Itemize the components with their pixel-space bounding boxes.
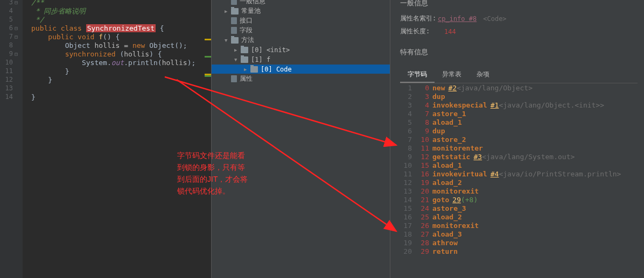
bc-ref-link[interactable]: #4: [491, 170, 499, 179]
tree-node[interactable]: ▶[0] <init>: [212, 45, 390, 54]
bytecode-line[interactable]: 47astore_1: [400, 110, 638, 118]
code-line[interactable]: System.out.println(hollis);: [31, 59, 195, 67]
code-line[interactable]: }: [31, 67, 69, 76]
bc-offset: 21: [415, 196, 429, 204]
cp-info-link[interactable]: cp_info #8: [438, 15, 477, 23]
bytecode-line[interactable]: 1827aload_3: [400, 230, 638, 239]
tree-node[interactable]: ▶[0] Code: [212, 65, 390, 74]
bc-offset: 11: [415, 144, 429, 153]
editor-gutter: 3⊟456⊟7⊟89⊟1011121314: [0, 0, 23, 278]
bc-line-number: 4: [400, 110, 412, 118]
tab-2[interactable]: 杂项: [469, 67, 497, 83]
code-line[interactable]: Object hollis = new Object();: [31, 41, 187, 50]
bc-offset: 10: [415, 136, 429, 144]
fold-toggle[interactable]: ⊟: [15, 34, 21, 40]
code-line[interactable]: * 同步省略说明: [31, 7, 86, 16]
tree-node[interactable]: 字段: [212, 26, 390, 35]
fold-toggle[interactable]: ⊟: [15, 0, 21, 6]
tab-1[interactable]: 异常表: [435, 67, 469, 83]
tree-expand-icon[interactable]: ▶: [244, 67, 249, 72]
bytecode-line[interactable]: 1726monitorexit: [400, 222, 638, 230]
bc-line-number: 20: [400, 247, 412, 256]
folder-icon: [241, 56, 248, 63]
code-line[interactable]: */: [31, 16, 44, 24]
bytecode-line[interactable]: 912getstatic#3 <java/lang/System.out>: [400, 153, 638, 161]
code-line[interactable]: /**: [31, 0, 44, 7]
bc-offset: 7: [415, 110, 429, 118]
fold-toggle[interactable]: ⊟: [15, 25, 21, 32]
bytecode-line[interactable]: 1421goto29 (+8): [400, 196, 638, 204]
tree-node[interactable]: 一般信息: [212, 0, 390, 6]
bc-opcode: dup: [432, 127, 445, 136]
bytecode-listing[interactable]: 10new#2 <java/lang/Object>23dup34invokes…: [400, 84, 638, 256]
bc-line-number: 7: [400, 136, 412, 144]
bc-offset: 19: [415, 179, 429, 187]
bytecode-line[interactable]: 1219aload_2: [400, 179, 638, 187]
annotation-text: 字节码文件还是能看 到锁的身影，只有等 到后面的JIT，才会将 锁代码优化掉。: [177, 149, 248, 197]
line-number: 3: [1, 0, 13, 6]
field-comment: <Code>: [483, 15, 506, 23]
bytecode-line[interactable]: 69dup: [400, 127, 638, 136]
bc-comment: <java/lang/System.out>: [482, 153, 575, 161]
bc-ref-link[interactable]: 29: [452, 196, 461, 204]
bc-opcode: return: [432, 247, 458, 256]
bytecode-line[interactable]: 10new#2 <java/lang/Object>: [400, 84, 638, 92]
bytecode-line[interactable]: 710astore_2: [400, 136, 638, 144]
bc-ref-link[interactable]: #3: [473, 153, 482, 161]
tree-label: 方法: [241, 35, 254, 45]
tree-expand-icon[interactable]: ▼: [234, 57, 240, 62]
tree-node[interactable]: ▶常量池: [212, 6, 390, 16]
code-editor[interactable]: 3⊟456⊟7⊟89⊟1011121314 /** * 同步省略说明 */pub…: [0, 0, 211, 278]
fold-toggle[interactable]: ⊟: [15, 51, 21, 58]
tab-0[interactable]: 字节码: [400, 67, 435, 83]
bytecode-line[interactable]: 1116invokevirtual#4 <java/io/PrintStream…: [400, 170, 638, 179]
bytecode-line[interactable]: 1928athrow: [400, 239, 638, 247]
bytecode-line[interactable]: 1320monitorexit: [400, 187, 638, 196]
file-icon: [231, 75, 237, 82]
bc-opcode: aload_1: [432, 118, 462, 127]
tree-node[interactable]: ▼方法: [212, 35, 390, 45]
bc-opcode: astore_2: [432, 136, 466, 144]
bc-ref-link[interactable]: #1: [491, 101, 499, 110]
bc-line-number: 19: [400, 239, 412, 247]
tree-expand-icon[interactable]: ▼: [225, 38, 230, 43]
attr-length-row: 属性长度: 144: [400, 27, 456, 36]
tree-node[interactable]: 接口: [212, 16, 390, 25]
bytecode-line[interactable]: 34invokespecial#1 <java/lang/Object.<ini…: [400, 101, 638, 110]
bc-line-number: 5: [400, 118, 412, 127]
bc-line-number: 8: [400, 144, 412, 153]
bc-offset: 9: [415, 127, 429, 136]
bytecode-line[interactable]: 1015aload_1: [400, 161, 638, 170]
bc-offset: 28: [415, 239, 429, 247]
tree-expand-icon[interactable]: ▶: [234, 47, 240, 53]
tree-expand-icon[interactable]: ▶: [225, 9, 230, 14]
file-icon: [231, 17, 237, 24]
bytecode-line[interactable]: 23dup: [400, 92, 638, 101]
line-number: 11: [1, 67, 13, 75]
bc-line-number: 2: [400, 92, 412, 101]
structure-tree[interactable]: 一般信息▶常量池接口字段▼方法▶[0] <init>▼[1] f▶[0] Cod…: [211, 0, 390, 278]
bytecode-line[interactable]: 1524astore_3: [400, 204, 638, 213]
line-number: 6: [1, 24, 13, 32]
tree-label: 字段: [240, 26, 253, 35]
code-line[interactable]: }: [31, 76, 52, 84]
file-icon: [231, 27, 237, 34]
code-line[interactable]: public class SynchronizedTest {: [31, 24, 164, 33]
section-title: 特有信息: [400, 47, 428, 57]
bytecode-line[interactable]: 58aload_1: [400, 118, 638, 127]
bytecode-line[interactable]: 811monitorenter: [400, 144, 638, 153]
field-value: 144: [444, 28, 456, 35]
tree-node[interactable]: ▼[1] f: [212, 55, 390, 64]
code-line[interactable]: synchronized (hollis) {: [31, 50, 162, 59]
tree-node[interactable]: 属性: [212, 74, 390, 83]
bc-opcode: monitorenter: [432, 144, 483, 153]
line-number: 14: [1, 93, 13, 101]
bytecode-line[interactable]: 2029return: [400, 247, 638, 256]
code-line[interactable]: }: [31, 93, 36, 102]
bc-offset: 26: [415, 222, 429, 230]
tree-label: 属性: [240, 74, 253, 83]
bc-ref-link[interactable]: #2: [448, 84, 457, 92]
bytecode-line[interactable]: 1625aload_2: [400, 213, 638, 222]
code-line[interactable]: public void f() {: [31, 33, 120, 41]
bc-offset: 15: [415, 161, 429, 170]
